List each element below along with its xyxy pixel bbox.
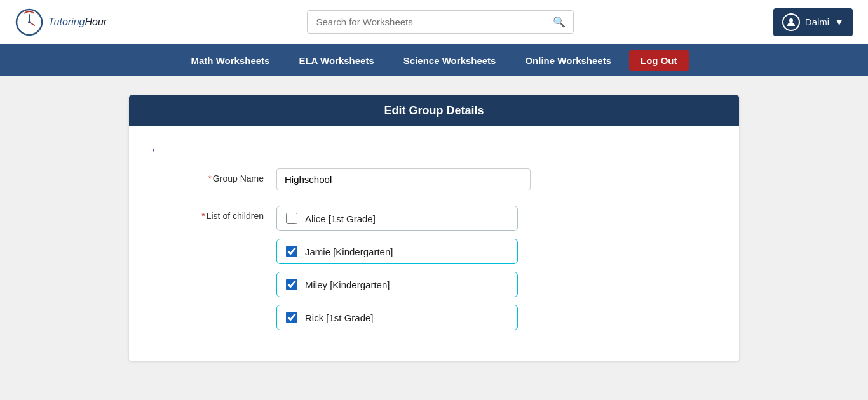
nav-online-worksheets[interactable]: Online Worksheets: [513, 50, 623, 71]
back-button[interactable]: ←: [149, 142, 163, 158]
search-bar: 🔍: [307, 10, 574, 34]
group-name-input-area: [276, 168, 531, 190]
child-item-miley[interactable]: Miley [Kindergarten]: [276, 272, 518, 297]
child-label-alice: Alice [1st Grade]: [305, 213, 376, 224]
child-checkbox-miley[interactable]: [286, 279, 297, 290]
user-name: Dalmi: [805, 17, 829, 27]
group-name-row: *Group Name: [149, 168, 719, 190]
svg-point-4: [28, 21, 31, 23]
logout-button[interactable]: Log Out: [629, 50, 688, 71]
form-card-header: Edit Group Details: [129, 95, 739, 126]
children-label: *List of children: [149, 206, 276, 221]
user-avatar-icon: [782, 13, 800, 31]
child-item-alice[interactable]: Alice [1st Grade]: [276, 206, 518, 231]
group-name-label: *Group Name: [149, 168, 276, 183]
logo: TutoringHour: [15, 8, 107, 36]
child-item-rick[interactable]: Rick [1st Grade]: [276, 305, 518, 330]
logo-text: TutoringHour: [48, 17, 107, 28]
logo-clock-icon: [15, 8, 43, 36]
header: TutoringHour 🔍 Dalmi ▼: [0, 0, 868, 44]
children-row: *List of children Alice [1st Grade] Jami…: [149, 206, 719, 330]
nav-science-worksheets[interactable]: Science Worksheets: [392, 50, 508, 71]
child-label-rick: Rick [1st Grade]: [305, 312, 374, 323]
main-content: Edit Group Details ← *Group Name *List o…: [0, 76, 868, 380]
form-title: Edit Group Details: [384, 104, 484, 117]
user-menu[interactable]: Dalmi ▼: [773, 8, 853, 36]
nav-ela-worksheets[interactable]: ELA Worksheets: [287, 50, 385, 71]
user-dropdown-icon: ▼: [834, 17, 844, 27]
svg-point-5: [789, 18, 793, 22]
edit-group-card: Edit Group Details ← *Group Name *List o…: [129, 95, 739, 361]
child-item-jamie[interactable]: Jamie [Kindergarten]: [276, 239, 518, 264]
nav-bar: Math Worksheets ELA Worksheets Science W…: [0, 44, 868, 76]
children-list: Alice [1st Grade] Jamie [Kindergarten] M…: [276, 206, 531, 330]
child-checkbox-jamie[interactable]: [286, 246, 297, 257]
children-required: *: [201, 211, 205, 221]
child-label-jamie: Jamie [Kindergarten]: [305, 246, 393, 257]
logo-tutoring: Tutoring: [48, 17, 85, 27]
form-card-body: ← *Group Name *List of children: [129, 126, 739, 361]
group-name-required: *: [208, 173, 211, 183]
child-label-miley: Miley [Kindergarten]: [305, 279, 390, 290]
group-name-input[interactable]: [276, 168, 531, 190]
search-button[interactable]: 🔍: [545, 11, 573, 33]
nav-math-worksheets[interactable]: Math Worksheets: [179, 50, 281, 71]
logo-hour: Hour: [85, 17, 107, 27]
search-input[interactable]: [308, 11, 545, 32]
child-checkbox-rick[interactable]: [286, 312, 297, 323]
child-checkbox-alice[interactable]: [286, 213, 297, 224]
